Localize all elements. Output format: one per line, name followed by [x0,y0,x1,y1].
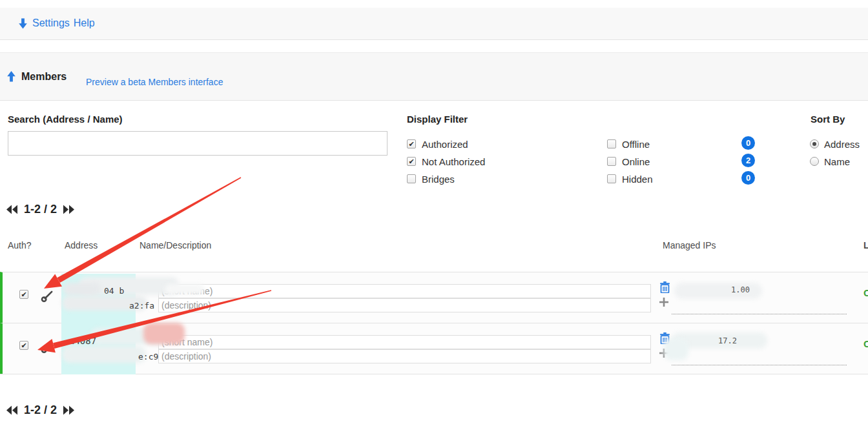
short-name-input[interactable] [158,284,651,298]
managed-ip-fragment: 1.00 [731,285,750,294]
red-arrow-shaft [57,177,241,283]
pagination-top: 1-2 / 2 [6,203,74,216]
radio-address[interactable] [810,139,819,148]
blur-patch [62,346,146,363]
check-icon: ✔ [21,342,26,349]
members-page: SettingsHelp Members Preview a beta Memb… [0,0,868,428]
add-ip-input[interactable] [672,305,847,314]
beta-members-link[interactable]: Preview a beta Members interface [86,77,223,87]
filter-not-authorized[interactable]: ✔ Not Authorized [407,155,485,168]
toolbar-links: SettingsHelp [32,17,99,29]
col-header-auth: Auth? [8,240,32,250]
col-header-last-seen-clipped: L [863,240,868,250]
offline-count-badge: 0 [741,136,755,150]
next-page-icon[interactable] [63,205,74,214]
short-name-input[interactable] [158,335,651,349]
display-filter-title: Display Filter [407,114,468,125]
col-header-name-description: Name/Description [140,240,211,250]
blur-patch [664,338,688,360]
filter-hidden[interactable]: Hidden [607,172,653,185]
address-fragment: 04 b [104,286,124,296]
address-fragment: a4087 [69,336,96,346]
checkbox-bridges[interactable] [407,174,416,183]
arrow-down-icon [18,18,28,32]
online-count-badge: 2 [741,154,755,167]
mac-fragment: e:c9 [138,352,158,362]
filter-label: Not Authorized [422,156,485,167]
wrench-icon[interactable] [40,289,54,306]
filter-authorized[interactable]: ✔ Authorized [407,138,468,150]
blur-patch [63,283,101,296]
sort-by-address[interactable]: Address [810,138,860,150]
filter-label: Bridges [422,174,455,185]
page-title: Members [21,71,67,83]
checkbox-offline[interactable] [607,139,616,148]
managed-ip-fragment: 17.2 [718,336,737,345]
checkbox-online[interactable] [607,157,616,166]
filter-label: Offline [622,139,650,150]
add-ip-icon[interactable] [659,298,668,309]
sort-by-name[interactable]: Name [810,155,850,168]
page-range: 1-2 / 2 [24,203,57,216]
radio-label: Name [824,156,850,167]
pagination-bottom: 1-2 / 2 [6,403,74,417]
filter-label: Online [622,156,650,167]
sort-by-title: Sort By [811,114,845,125]
description-input[interactable] [158,349,651,363]
wrench-icon[interactable] [40,340,54,357]
radio-label: Address [824,139,860,150]
check-icon: ✔ [21,291,26,298]
arrow-up-icon [6,71,16,85]
search-input[interactable] [8,131,388,156]
search-label: Search (Address / Name) [8,114,123,125]
mac-fragment: a2:fa [129,301,154,311]
online-status-clipped: O [863,287,868,298]
online-status-clipped: O [863,338,868,349]
description-input[interactable] [158,298,651,312]
checkbox-authorized[interactable]: ✔ [407,139,416,148]
filter-label: Hidden [622,174,653,185]
col-header-address: Address [65,240,98,250]
blur-patch-pink [143,323,185,344]
hidden-count-badge: 0 [741,171,755,185]
add-ip-input[interactable] [672,356,847,365]
delete-ip-icon[interactable] [660,281,670,296]
blur-patch [165,284,205,295]
top-toolbar: SettingsHelp [0,8,868,40]
check-icon: ✔ [408,158,414,165]
prev-page-icon[interactable] [6,205,18,214]
auth-checkbox[interactable]: ✔ [19,290,28,299]
auth-checkbox[interactable]: ✔ [19,341,28,350]
checkbox-hidden[interactable] [607,174,616,183]
settings-link[interactable]: Settings [32,17,70,28]
filter-label: Authorized [422,139,468,150]
filter-offline[interactable]: Offline [607,138,650,150]
checkbox-not-authorized[interactable]: ✔ [407,157,416,166]
radio-name[interactable] [810,157,819,166]
page-range: 1-2 / 2 [24,403,57,417]
next-page-icon[interactable] [63,405,74,415]
prev-page-icon[interactable] [6,405,18,415]
col-header-managed-ips: Managed IPs [663,240,716,250]
help-link[interactable]: Help [74,17,95,28]
check-icon: ✔ [408,141,414,148]
filter-online[interactable]: Online [607,155,650,168]
filter-bridges[interactable]: Bridges [407,172,455,185]
